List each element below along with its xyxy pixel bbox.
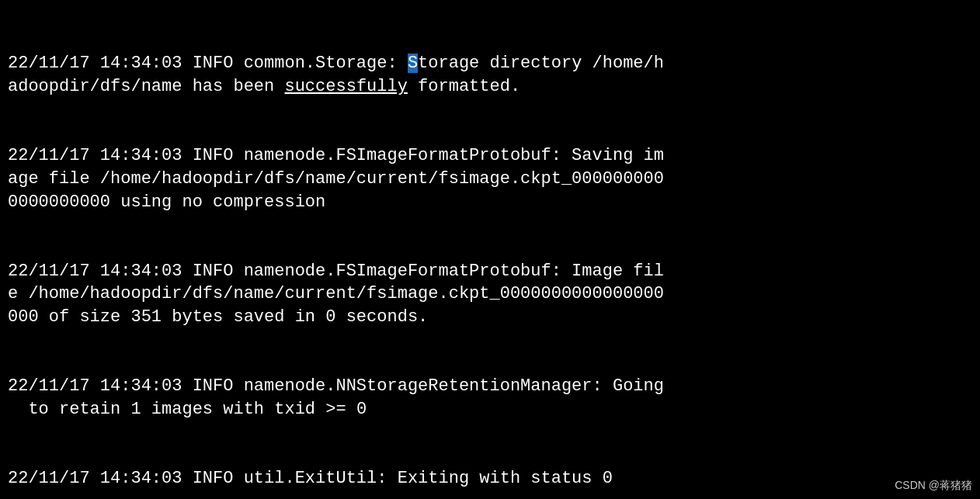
successfully-highlight: successfully bbox=[284, 77, 407, 96]
log-text-4: 22/11/17 14:34:03 INFO namenode.NNStorag… bbox=[8, 376, 664, 419]
log-line-2: 22/11/17 14:34:03 INFO namenode.FSImageF… bbox=[8, 144, 972, 213]
log-text-1a: 22/11/17 14:34:03 INFO common.Storage: bbox=[8, 54, 408, 73]
log-text-3: 22/11/17 14:34:03 INFO namenode.FSImageF… bbox=[8, 262, 664, 327]
log-line-3: 22/11/17 14:34:03 INFO namenode.FSImageF… bbox=[8, 260, 972, 329]
watermark-text: CSDN @蒋猪猪 bbox=[895, 479, 972, 493]
terminal-output: 22/11/17 14:34:03 INFO common.Storage: S… bbox=[8, 6, 972, 499]
log-text-2: 22/11/17 14:34:03 INFO namenode.FSImageF… bbox=[8, 146, 664, 211]
storage-highlight: S bbox=[408, 54, 418, 73]
log-text-5: 22/11/17 14:34:03 INFO util.ExitUtil: Ex… bbox=[8, 469, 613, 488]
terminal-window: 22/11/17 14:34:03 INFO common.Storage: S… bbox=[0, 0, 980, 499]
log-text-1c: formatted. bbox=[408, 77, 520, 96]
log-line-4: 22/11/17 14:34:03 INFO namenode.NNStorag… bbox=[8, 375, 972, 421]
log-line-1: 22/11/17 14:34:03 INFO common.Storage: S… bbox=[8, 52, 972, 98]
log-line-5: 22/11/17 14:34:03 INFO util.ExitUtil: Ex… bbox=[8, 467, 972, 490]
